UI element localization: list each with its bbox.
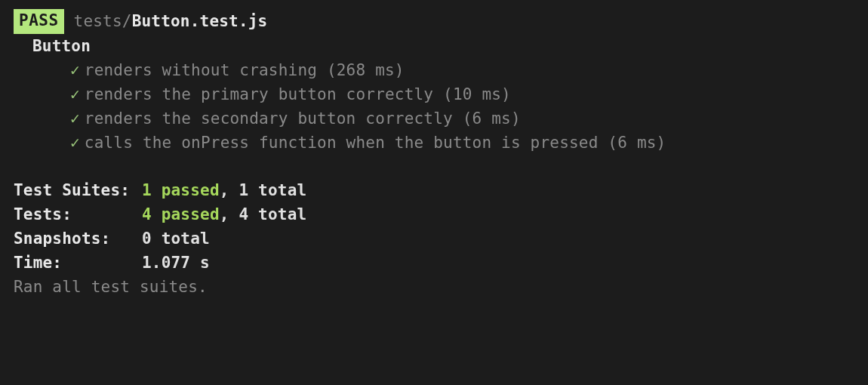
test-item-text: renders without crashing (268 ms)	[85, 61, 405, 79]
test-item-text: renders the primary button correctly (10…	[85, 85, 511, 103]
tests-passed-count: 4 passed	[142, 205, 220, 223]
test-list: ✓renders without crashing (268 ms)✓rende…	[14, 59, 854, 156]
test-item-text: calls the onPress function when the butt…	[85, 134, 666, 152]
snapshots-value: 0 total	[142, 227, 210, 251]
check-icon: ✓	[70, 85, 80, 103]
file-directory: tests/	[74, 12, 132, 30]
check-icon: ✓	[70, 109, 80, 128]
footer-message: Ran all test suites.	[14, 276, 854, 300]
test-suite-name: Button	[14, 35, 854, 59]
summary-suites: Test Suites: 1 passed, 1 total	[14, 179, 854, 203]
summary: Test Suites: 1 passed, 1 total Tests: 4 …	[14, 179, 854, 276]
time-value: 1.077 s	[142, 251, 210, 276]
summary-time: Time: 1.077 s	[14, 251, 854, 276]
test-item: ✓renders the secondary button correctly …	[70, 107, 854, 131]
summary-tests-value: 4 passed, 4 total	[142, 203, 306, 227]
suites-total: , 1 total	[220, 181, 307, 199]
pass-badge: PASS	[14, 9, 64, 34]
blank-line	[14, 155, 854, 179]
test-item-text: renders the secondary button correctly (…	[85, 109, 521, 128]
test-file-header: PASS tests/Button.test.js	[14, 9, 854, 34]
summary-suites-label: Test Suites:	[14, 179, 142, 203]
summary-snapshots: Snapshots: 0 total	[14, 227, 854, 251]
summary-tests-label: Tests:	[14, 203, 142, 227]
check-icon: ✓	[70, 61, 80, 79]
test-item: ✓renders the primary button correctly (1…	[70, 83, 854, 107]
test-item: ✓renders without crashing (268 ms)	[70, 59, 854, 83]
test-item: ✓calls the onPress function when the but…	[70, 131, 854, 156]
file-name: Button.test.js	[132, 12, 268, 30]
suites-passed-count: 1 passed	[142, 181, 220, 199]
file-path-container: tests/Button.test.js	[74, 10, 268, 34]
summary-tests: Tests: 4 passed, 4 total	[14, 203, 854, 227]
summary-snapshots-label: Snapshots:	[14, 227, 142, 251]
summary-time-label: Time:	[14, 251, 142, 276]
check-icon: ✓	[70, 134, 80, 152]
tests-total: , 4 total	[220, 205, 307, 223]
summary-suites-value: 1 passed, 1 total	[142, 179, 306, 203]
